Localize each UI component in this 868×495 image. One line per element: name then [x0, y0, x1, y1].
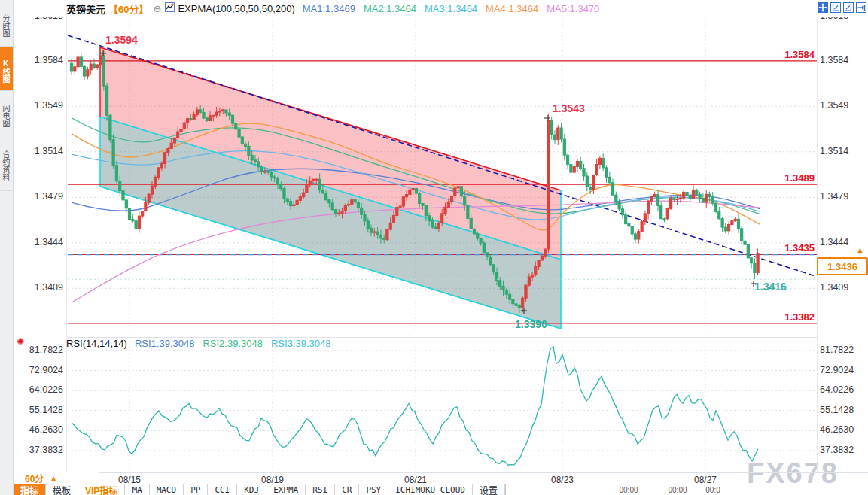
rsi-value-label: RSI1:39.3048: [135, 338, 195, 349]
price-annotation: 1.3594: [105, 34, 138, 46]
toolbar-tab-设置[interactable]: 设置: [473, 484, 505, 495]
chart-header: 英镑美元 【60分】 ⊖ EXPMA(100,50,50,50,200) MA1…: [14, 0, 868, 17]
sidebar-tab-4[interactable]: 合约资料: [0, 135, 13, 191]
right-plot-border: [817, 17, 818, 472]
sidebar-tab-1[interactable]: 分时图: [0, 0, 13, 47]
rsi-axis-label-right: 46.2630: [820, 424, 854, 435]
pan-icon[interactable]: [818, 2, 828, 13]
rsi-axis-label-right: 37.3832: [820, 445, 854, 455]
current-price-box: 1.3436: [817, 257, 868, 275]
price-axis-label-left: 1.3549: [15, 100, 63, 111]
toolbar-tab-pp[interactable]: PP: [184, 484, 208, 495]
ma-value-label: MA1:1.3469: [303, 3, 355, 14]
indicator-params-label[interactable]: EXPMA(100,50,50,50,200): [178, 3, 294, 14]
candlestick-chart-canvas[interactable]: 1.35841.34891.34351.33821.35941.35431.34…: [0, 0, 868, 495]
ma-value-label: MA3:1.3464: [425, 3, 477, 14]
chart-window-controls: [818, 2, 866, 13]
rsi-axis-label-left: 37.3832: [14, 445, 63, 455]
ma-values: MA1:1.3469MA2:1.3464MA3:1.3464MA4:1.3464…: [303, 3, 608, 14]
price-axis-label-right: 1.3444: [820, 237, 848, 247]
rsi-axis-label-right: 81.7822: [820, 345, 854, 355]
price-axis-label-left: 1.3409: [15, 282, 63, 293]
current-price-value: 1.3436: [827, 261, 857, 272]
level-price-label: 1.3435: [784, 242, 815, 254]
rsi-axis-label-right: 55.1428: [820, 405, 854, 415]
price-annotation: 1.3416: [754, 281, 787, 293]
time-axis-label-clipped: 00:0: [705, 486, 720, 494]
toolbar-tab-psy[interactable]: PSY: [359, 484, 388, 495]
downtrend-channel: [100, 47, 561, 329]
ma-value-label: MA5:1.3470: [547, 3, 599, 14]
symbol-name: 英镑美元: [66, 2, 105, 16]
collapse-indicator-icon[interactable]: ⊖: [153, 3, 161, 14]
rsi-value-label: RSI3:39.3048: [271, 338, 331, 349]
sidebar-tab-2[interactable]: K线图: [0, 47, 13, 91]
ma-value-label: MA2:1.3464: [364, 3, 416, 14]
level-price-label: 1.3489: [784, 172, 815, 184]
price-axis-label-right: 1.3549: [820, 100, 848, 111]
level-price-label: 1.3382: [784, 311, 815, 323]
price-annotation: 1.3390: [515, 318, 547, 330]
indicator-toolbar: 指标模板VIP指标MAMACDPPCCIKDJEXPMARSICRPSYICHI…: [14, 484, 506, 495]
price-axis-label-right: 1.3584: [820, 55, 848, 65]
price-axis-label-left: 1.3444: [15, 237, 63, 247]
trading-app-window: 1.35841.34891.34351.33821.35941.35431.34…: [0, 0, 868, 495]
toolbar-tab-vip指标[interactable]: VIP指标: [78, 484, 125, 495]
toolbar-tab-模板[interactable]: 模板: [46, 484, 78, 495]
watermark: FX678: [747, 457, 839, 490]
toolbar-tab-ichimoku-cloud[interactable]: ICHIMOKU CLOUD: [388, 484, 473, 495]
period-label[interactable]: 【60分】: [108, 2, 148, 16]
price-axis-label-right: 1.3514: [820, 146, 848, 156]
price-annotation: 1.3543: [553, 102, 585, 114]
time-axis-label-clipped: 00:00: [619, 486, 638, 494]
time-axis-label: 08/27: [694, 475, 717, 485]
period-selector-arrow-icon: ▲: [50, 474, 57, 482]
left-plot-border: [66, 17, 67, 472]
price-axis-label-left: 1.3584: [15, 55, 63, 65]
toolbar-tab-rsi[interactable]: RSI: [306, 484, 335, 495]
chart-type-sidebar: 分时图K线图闪电图合约资料: [0, 0, 14, 495]
time-axis-label-clipped: 00:00: [668, 486, 687, 494]
price-axis-label-left: 1.3514: [15, 146, 63, 156]
period-selector-button[interactable]: 60分 ▲: [14, 472, 99, 484]
price-axis-label-right: 1.3479: [820, 191, 848, 202]
rsi-axis-label-left: 46.2630: [14, 424, 63, 435]
rsi-line: [72, 347, 758, 465]
toolbar-tab-指标[interactable]: 指标: [14, 484, 46, 495]
price-up-arrow-icon: ▲: [856, 246, 864, 254]
toolbar-tab-cci[interactable]: CCI: [208, 484, 237, 495]
rsi-header: ✺ RSI(14,14,14) RSI1:39.3048RSI2:39.3048…: [0, 338, 753, 349]
price-axis-label-left: 1.3479: [15, 191, 63, 202]
sidebar-tab-3[interactable]: 闪电图: [0, 91, 13, 135]
rsi-value-label: RSI2:39.3048: [203, 338, 263, 349]
time-axis-label: 08/23: [551, 475, 574, 485]
toolbar-tab-kdj[interactable]: KDJ: [237, 484, 266, 495]
mini-chart-icon[interactable]: [165, 2, 175, 14]
level-price-label: 1.3584: [784, 49, 815, 60]
price-axis-label-right: 1.3409: [820, 282, 848, 293]
rsi-title[interactable]: RSI(14,14,14): [66, 338, 127, 349]
rsi-axis-label-right: 64.0226: [820, 384, 854, 395]
axis-row-separator: [14, 472, 868, 473]
rsi-values: RSI1:39.3048RSI2:39.3048RSI3:39.3048: [135, 338, 340, 349]
rsi-settings-icon[interactable]: ✺: [17, 336, 24, 347]
toolbar-tab-cr[interactable]: CR: [335, 484, 359, 495]
ma-value-label: MA4:1.3464: [486, 3, 538, 14]
rsi-axis-label-right: 72.9024: [820, 365, 854, 375]
toolbar-tab-expma[interactable]: EXPMA: [266, 484, 306, 495]
toolbar-tab-ma[interactable]: MA: [125, 484, 149, 495]
rsi-axis-label-left: 64.0226: [14, 384, 63, 395]
rsi-axis-label-left: 55.1428: [14, 405, 63, 415]
axis-scale-right-icon[interactable]: [843, 2, 854, 13]
rsi-axis-label-left: 72.9024: [14, 365, 63, 375]
period-selector-label: 60分: [25, 472, 44, 484]
toolbar-tab-macd[interactable]: MACD: [150, 484, 184, 495]
collapse-panel-icon[interactable]: [856, 2, 866, 13]
axis-scale-left-icon[interactable]: [830, 2, 841, 13]
